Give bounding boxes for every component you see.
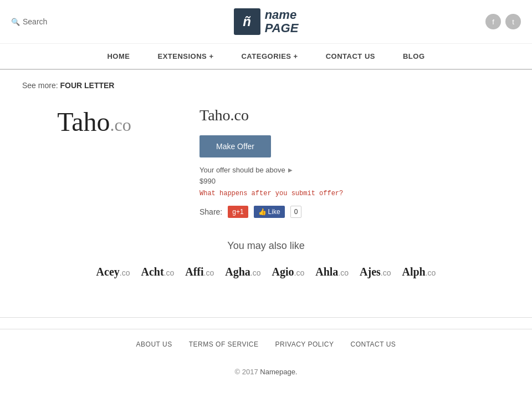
share-label: Share:: [200, 207, 222, 216]
list-item[interactable]: Affi.co: [185, 266, 214, 278]
offer-arrow-icon: ▶: [288, 167, 293, 173]
social-icons: f t: [485, 14, 521, 29]
facebook-icon[interactable]: f: [485, 14, 501, 29]
google-plus-button[interactable]: g+1: [228, 206, 248, 218]
fb-like-label: Like: [268, 208, 280, 216]
what-happens-link[interactable]: What happens after you submit offer?: [200, 190, 521, 197]
search-label: Search: [23, 17, 47, 26]
list-item[interactable]: Alph.co: [402, 266, 436, 278]
logo-name: name: [265, 8, 299, 22]
see-more-prefix: See more:: [22, 81, 58, 90]
list-item[interactable]: Acey.co: [96, 266, 130, 278]
list-item[interactable]: Ahla.co: [315, 266, 349, 278]
offer-hint-text: Your offer should be above: [200, 166, 285, 174]
footer-nav-item[interactable]: TERMS OF SERVICE: [189, 340, 259, 348]
footer-nav-item[interactable]: CONTACT US: [350, 340, 396, 348]
fb-count: 0: [290, 206, 302, 218]
also-like-title: You may also like: [11, 240, 521, 252]
breadcrumb: See more: FOUR LETTER: [22, 81, 521, 90]
logo-icon: ñ: [234, 8, 260, 35]
main-content: See more: FOUR LETTER Taho.co Taho.co Ma…: [0, 70, 532, 306]
logo-page: PAGE: [265, 22, 299, 35]
list-item[interactable]: Agio.co: [272, 266, 305, 278]
header: 🔍 Search ñ name PAGE f t: [0, 0, 532, 44]
footer-nav-item[interactable]: ABOUT US: [136, 340, 172, 348]
twitter-icon[interactable]: t: [505, 14, 521, 29]
section-divider: [0, 317, 532, 318]
footer-nav-item[interactable]: PRIVACY POLICY: [275, 340, 334, 348]
nav-categories[interactable]: CATEGORIES +: [227, 44, 311, 69]
see-more-link[interactable]: FOUR LETTER: [60, 81, 114, 90]
nav-home[interactable]: HOME: [93, 44, 144, 69]
offer-hint: Your offer should be above ▶: [200, 166, 521, 174]
make-offer-button[interactable]: Make Offer: [200, 135, 271, 157]
domain-logo-ext: .co: [110, 115, 131, 135]
domain-logo: Taho.co: [11, 101, 177, 137]
logo[interactable]: ñ name PAGE: [234, 8, 299, 35]
also-like-section: You may also like Acey.coAcht.coAffi.coA…: [11, 240, 521, 278]
footer-nav: ABOUT USTERMS OF SERVICEPRIVACY POLICYCO…: [0, 329, 532, 359]
domain-info: Taho.co Make Offer Your offer should be …: [200, 101, 521, 218]
domain-display: Taho.co Taho.co Make Offer Your offer sh…: [11, 101, 521, 218]
copyright: © 2017 Namepage.: [0, 359, 532, 384]
nav-contact[interactable]: CONTACT US: [312, 44, 389, 69]
search-area[interactable]: 🔍 Search: [11, 17, 47, 26]
domain-list: Acey.coAcht.coAffi.coAgha.coAgio.coAhla.…: [11, 266, 521, 278]
list-item[interactable]: Acht.co: [141, 266, 174, 278]
share-area: Share: g+1 👍 Like 0: [200, 206, 521, 218]
footer-brand[interactable]: Namepage.: [260, 368, 297, 376]
search-icon: 🔍: [11, 18, 20, 26]
domain-logo-name: Taho: [57, 107, 110, 136]
copyright-year: © 2017: [235, 368, 258, 376]
domain-title: Taho.co: [200, 106, 521, 124]
list-item[interactable]: Ajes.co: [360, 266, 391, 278]
main-nav: HOME EXTENSIONS + CATEGORIES + CONTACT U…: [0, 44, 532, 70]
facebook-like-button[interactable]: 👍 Like: [254, 206, 285, 218]
list-item[interactable]: Agha.co: [225, 266, 260, 278]
logo-text: name PAGE: [265, 8, 299, 35]
offer-min-value: $990: [200, 177, 521, 185]
nav-blog[interactable]: BLOG: [389, 44, 439, 69]
nav-extensions[interactable]: EXTENSIONS +: [144, 44, 227, 69]
fb-thumb-icon: 👍: [258, 208, 267, 216]
